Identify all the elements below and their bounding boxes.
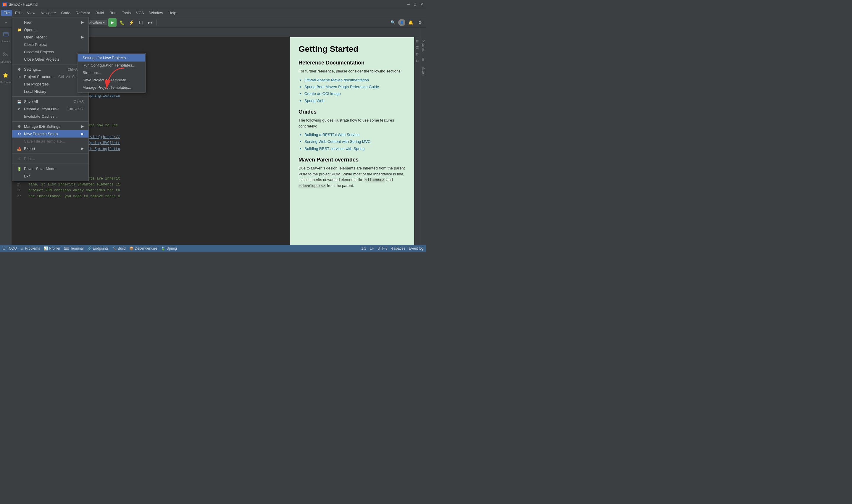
submenu-structure[interactable]: Structure...: [78, 69, 145, 76]
menu-refactor[interactable]: Refactor: [73, 10, 93, 16]
editor-view-icon-4[interactable]: ⊟: [415, 58, 420, 63]
invalidate-caches-label: Invalidate Caches...: [24, 114, 58, 119]
open-recent-arrow-icon: ▶: [81, 35, 84, 39]
menu-item-new[interactable]: New ▶: [12, 19, 88, 26]
menu-run[interactable]: Run: [107, 10, 119, 16]
event-log[interactable]: Event log: [409, 246, 424, 251]
manage-ide-label: Manage IDE Settings: [24, 124, 60, 129]
line-ending[interactable]: LF: [370, 246, 374, 251]
power-save-label: Power Save Mode: [24, 166, 55, 171]
sidebar-icon-project[interactable]: [1, 29, 11, 40]
bottom-todo[interactable]: ☑ TODO: [2, 246, 17, 251]
menu-item-power-save[interactable]: 🔋 Power Save Mode: [12, 165, 88, 173]
close-button[interactable]: ✕: [419, 2, 424, 6]
preview-link-maven[interactable]: Official Apache Maven documentation: [304, 78, 369, 82]
bottom-profiler[interactable]: 📊 Profiler: [43, 246, 60, 251]
code-line-27: the inheritance, you need to remove thos…: [29, 194, 285, 199]
submenu-settings-new-projects[interactable]: Settings for New Projects...: [78, 54, 145, 61]
cursor-position[interactable]: 1:1: [361, 246, 366, 251]
right-sidebar-database-label[interactable]: Database: [421, 40, 425, 52]
preview-link-springboot[interactable]: Spring Boot Maven Plugin Reference Guide: [304, 85, 379, 89]
menu-item-exit[interactable]: Exit: [12, 173, 88, 180]
new-projects-submenu-panel: Settings for New Projects... Run Configu…: [77, 53, 146, 93]
preview-link-springweb[interactable]: Spring Web: [304, 98, 325, 103]
menu-navigate[interactable]: Navigate: [38, 10, 58, 16]
minimize-button[interactable]: ─: [406, 2, 411, 6]
debug-button[interactable]: 🐛: [118, 18, 126, 26]
menu-item-open[interactable]: 📁 Open...: [12, 26, 88, 33]
menu-item-project-structure[interactable]: ⊞ Project Structure... Ctrl+Alt+Shift+S: [12, 73, 88, 80]
menu-item-invalidate-caches[interactable]: Invalidate Caches...: [12, 113, 88, 120]
right-sidebar-m-label[interactable]: m: [421, 58, 425, 61]
menu-item-open-recent[interactable]: Open Recent ▶: [12, 33, 88, 41]
bottom-spring[interactable]: 🍃 Spring: [161, 246, 177, 251]
menu-build[interactable]: Build: [93, 10, 107, 16]
preview-panel: Getting Started Reference Documentation …: [290, 37, 414, 245]
user-avatar[interactable]: 👤: [398, 19, 405, 26]
editor-view-icon-2[interactable]: ☰: [415, 45, 420, 50]
submenu-manage-project-templates[interactable]: Manage Project Templates...: [78, 84, 145, 91]
menu-item-file-properties[interactable]: File Properties ▶: [12, 80, 88, 88]
profile-button[interactable]: ⚡: [127, 18, 135, 26]
manage-ide-arrow-icon: ▶: [81, 125, 84, 128]
toolbar-right: 🔍 👤 🔔 ⚙: [389, 18, 424, 26]
file-properties-label: File Properties: [24, 82, 49, 86]
menu-item-settings[interactable]: ⚙ Settings... Ctrl+Alt+S: [12, 66, 88, 73]
run-button[interactable]: ▶: [108, 18, 116, 26]
bottom-problems[interactable]: ⚠ Problems: [20, 246, 40, 251]
right-sidebar: Database m Maven: [420, 28, 426, 245]
menu-item-local-history[interactable]: Local History ▶: [12, 88, 88, 95]
back-button[interactable]: ←: [2, 18, 10, 26]
right-sidebar-maven-label[interactable]: Maven: [421, 67, 425, 75]
svg-text:I: I: [3, 3, 4, 6]
preview-link-rest-spring[interactable]: Building REST services with Spring: [304, 146, 365, 151]
preview-link-oci[interactable]: Create an OCI image: [304, 91, 341, 96]
menu-file[interactable]: File: [1, 10, 12, 16]
window-title: demo2 - HELP.md: [9, 2, 38, 6]
bottom-dependencies[interactable]: 📦 Dependencies: [129, 246, 158, 251]
encoding[interactable]: UTF-8: [378, 246, 387, 251]
menu-view[interactable]: View: [24, 10, 38, 16]
menu-item-print: 🖨 Print...: [12, 155, 88, 162]
menu-item-close-other-projects[interactable]: Close Other Projects: [12, 56, 88, 63]
preview-link-serving[interactable]: Serving Web Content with Spring MVC: [304, 139, 371, 144]
sidebar-icon-structure[interactable]: [0, 49, 11, 60]
profiler-icon: 📊: [43, 246, 48, 251]
menu-item-save-all[interactable]: 💾 Save All Ctrl+S: [12, 98, 88, 105]
menu-code[interactable]: Code: [59, 10, 73, 16]
sidebar-icon-favorites[interactable]: ⭐: [0, 70, 11, 80]
sidebar-structure-label: Structure: [0, 60, 11, 63]
sidebar-favorites-label: Favorites: [0, 81, 11, 84]
menu-item-close-project[interactable]: Close Project: [12, 41, 88, 48]
menu-tools[interactable]: Tools: [120, 10, 133, 16]
bottom-endpoints[interactable]: 🔗 Endpoints: [87, 246, 109, 251]
menu-item-manage-ide[interactable]: ⚙ Manage IDE Settings ▶: [12, 123, 88, 130]
menu-item-new-projects-setup[interactable]: ⚙ New Projects Setup ▶: [12, 130, 88, 138]
bottom-terminal[interactable]: ⌨ Terminal: [64, 246, 84, 251]
menu-item-close-all-projects[interactable]: Close All Projects: [12, 48, 88, 56]
bottom-build[interactable]: 🔨 Build: [112, 246, 126, 251]
coverage-button[interactable]: ☑: [137, 18, 145, 26]
submenu-save-project-template[interactable]: Save Project as Template...: [78, 76, 145, 84]
indent[interactable]: 4 spaces: [391, 246, 405, 251]
settings-button[interactable]: ⚙: [416, 18, 424, 26]
menu-edit[interactable]: Edit: [13, 10, 24, 16]
preview-link-restful[interactable]: Building a RESTful Web Service: [304, 132, 359, 137]
menu-item-save-file-template: Save File as Template...: [12, 138, 88, 145]
menu-window[interactable]: Window: [147, 10, 165, 16]
editor-view-icon-3[interactable]: ⊡: [415, 52, 420, 57]
menu-item-reload-all[interactable]: ↺ Reload All from Disk Ctrl+Alt+Y: [12, 105, 88, 113]
search-everywhere-button[interactable]: 🔍: [389, 18, 397, 26]
menu-vcs[interactable]: VCS: [134, 10, 146, 16]
build-label: Build: [118, 246, 126, 251]
maximize-button[interactable]: □: [413, 2, 417, 6]
menu-help[interactable]: Help: [166, 10, 179, 16]
more-run-button[interactable]: ▸▾: [146, 18, 155, 26]
separator-3: [12, 121, 88, 122]
preview-ref-links: Official Apache Maven documentation Spri…: [304, 77, 406, 104]
menu-item-export[interactable]: 📤 Export ▶: [12, 145, 88, 152]
title-bar-controls[interactable]: ─ □ ✕: [406, 2, 424, 6]
submenu-run-config-templates[interactable]: Run Configuration Templates...: [78, 61, 145, 69]
editor-view-icon-1[interactable]: ⊞: [415, 38, 420, 44]
notifications-button[interactable]: 🔔: [406, 18, 415, 26]
